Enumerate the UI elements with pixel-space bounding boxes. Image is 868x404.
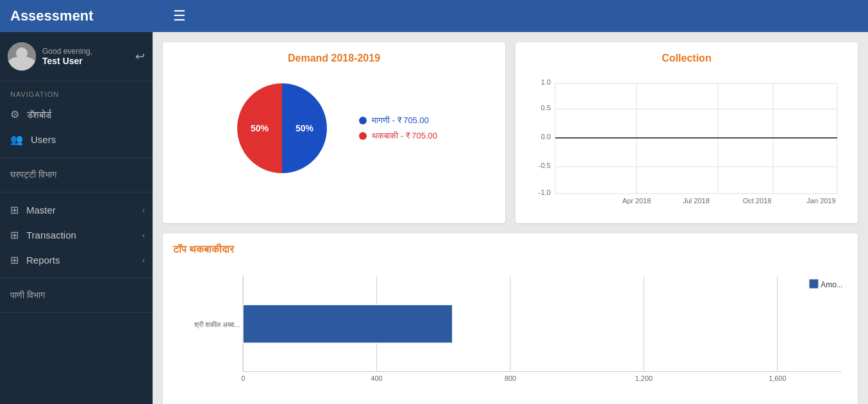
svg-text:1.0: 1.0 <box>541 78 551 86</box>
sidebar-item-reports[interactable]: ⊞ Reports ‹ <box>0 248 153 273</box>
sidebar-item-dashboard[interactable]: ⚙ डॅशबोर्ड <box>0 102 153 127</box>
reports-arrow-icon: ‹ <box>142 256 145 265</box>
section-divider-2 <box>0 192 153 192</box>
top-charts-row: Demand 2018-2019 50% 50% <box>163 42 858 223</box>
user-name: Test User <box>42 56 135 66</box>
section-divider-1 <box>0 157 153 158</box>
app-title: Assessment <box>10 8 163 24</box>
legend-label-demand: मागणी - ₹ 705.00 <box>372 115 429 126</box>
legend-item-arrears: थकबाकी - ₹ 705.00 <box>359 131 437 141</box>
svg-text:1,600: 1,600 <box>769 375 786 382</box>
users-icon: 👥 <box>10 133 23 146</box>
top-defaulters-title: टॉप थकबाकीदार <box>173 244 847 255</box>
transaction-grid-icon: ⊞ <box>10 229 19 241</box>
svg-text:0.5: 0.5 <box>541 104 551 112</box>
pie-area: 50% 50% मागणी - ₹ 705.00 थकब <box>173 72 495 185</box>
logout-icon[interactable]: ↩ <box>135 49 145 63</box>
master-arrow-icon: ‹ <box>142 206 145 215</box>
svg-text:0: 0 <box>241 375 245 382</box>
svg-text:Amo...: Amo... <box>821 280 842 289</box>
bar-chart-area: श्री शकील अब्बा... 0 400 800 1,200 1, <box>173 263 847 404</box>
svg-text:Apr 2018: Apr 2018 <box>622 197 651 205</box>
top-defaulters-chart-card: टॉप थकबाकीदार श्री शकील अब्बा... 0 <box>163 233 858 404</box>
sidebar-item-users[interactable]: 👥 Users <box>0 127 153 152</box>
sidebar-item-master-label: Master <box>26 205 56 215</box>
sidebar-item-dashboard-label: डॅशबोर्ड <box>27 109 51 121</box>
nav-label: NAVIGATION <box>0 81 153 102</box>
svg-text:-0.5: -0.5 <box>538 162 551 169</box>
avatar <box>8 42 36 71</box>
svg-text:50%: 50% <box>251 123 269 133</box>
svg-text:Jul 2018: Jul 2018 <box>683 197 710 205</box>
sidebar-item-reports-label: Reports <box>26 255 60 265</box>
transaction-arrow-icon: ‹ <box>142 231 145 240</box>
svg-rect-35 <box>243 305 453 343</box>
section2-title: पाणी विभाग <box>0 283 153 307</box>
svg-text:50%: 50% <box>296 123 314 133</box>
legend-dot-red <box>359 132 367 140</box>
svg-text:400: 400 <box>371 375 382 382</box>
demand-chart-card: Demand 2018-2019 50% 50% <box>163 42 505 223</box>
demand-chart-title: Demand 2018-2019 <box>173 53 495 64</box>
section-divider-3 <box>0 278 153 278</box>
sidebar-item-users-label: Users <box>31 134 56 145</box>
svg-text:1,200: 1,200 <box>635 375 653 382</box>
main-content: Demand 2018-2019 50% 50% <box>153 32 868 404</box>
section-divider-4 <box>0 312 153 313</box>
legend-label-arrears: थकबाकी - ₹ 705.00 <box>372 131 437 141</box>
hamburger-icon[interactable]: ☰ <box>173 8 186 24</box>
svg-rect-36 <box>809 280 818 289</box>
user-section: Good evening, Test User ↩ <box>0 32 153 81</box>
pie-chart: 50% 50% <box>231 77 333 180</box>
collection-line-chart: 1.0 0.5 0.0 -0.5 -1.0 <box>526 72 847 213</box>
svg-text:-1.0: -1.0 <box>538 189 551 196</box>
svg-text:Oct 2018: Oct 2018 <box>743 197 772 205</box>
master-grid-icon: ⊞ <box>10 204 19 216</box>
section1-title: घरपट्टी विभाग <box>0 163 153 187</box>
collection-chart-card: Collection 1.0 0.5 0.0 -0.5 -1.0 <box>515 42 858 223</box>
user-info: Good evening, Test User <box>42 47 135 66</box>
svg-text:Jan 2019: Jan 2019 <box>806 197 835 205</box>
sidebar: Good evening, Test User ↩ NAVIGATION ⚙ ड… <box>0 32 153 404</box>
reports-grid-icon: ⊞ <box>10 254 19 266</box>
legend-dot-blue <box>359 117 367 124</box>
sidebar-item-transaction[interactable]: ⊞ Transaction ‹ <box>0 223 153 248</box>
user-greeting: Good evening, <box>42 47 135 56</box>
collection-chart-title: Collection <box>526 53 847 64</box>
svg-text:श्री शकील अब्बा...: श्री शकील अब्बा... <box>194 321 240 329</box>
gear-icon: ⚙ <box>10 108 19 121</box>
sidebar-item-transaction-label: Transaction <box>26 230 76 240</box>
svg-text:800: 800 <box>505 375 516 382</box>
legend-item-demand: मागणी - ₹ 705.00 <box>359 115 437 126</box>
pie-legend: मागणी - ₹ 705.00 थकबाकी - ₹ 705.00 <box>359 115 437 141</box>
sidebar-item-master[interactable]: ⊞ Master ‹ <box>0 198 153 223</box>
svg-text:0.0: 0.0 <box>541 133 551 140</box>
